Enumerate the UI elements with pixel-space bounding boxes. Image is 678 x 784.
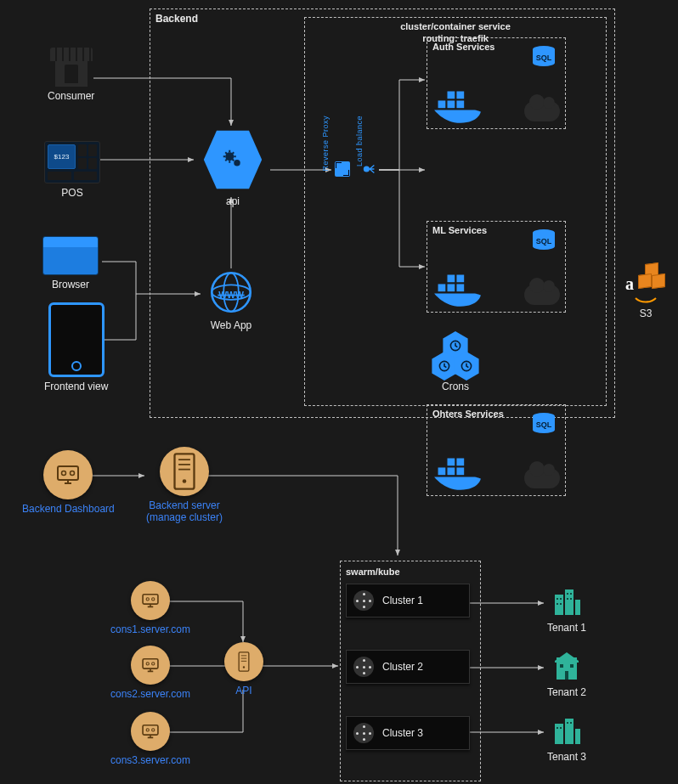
frontend-label: Frontend view — [44, 381, 108, 392]
svg-point-39 — [71, 471, 75, 476]
svg-rect-23 — [448, 275, 455, 283]
monitor-icon — [131, 581, 170, 620]
svg-rect-65 — [560, 664, 563, 668]
cloud-icon — [524, 285, 560, 305]
cluster-row: Cluster 2 — [346, 650, 470, 684]
consumer-label: cons2.server.com — [110, 688, 190, 700]
svg-point-50 — [152, 729, 155, 731]
server-icon — [160, 447, 209, 496]
svg-rect-53 — [555, 595, 563, 615]
cluster-title: cluster/container service — [305, 21, 606, 31]
swarm-container: swarm/kube Cluster 1 Cluster 2 Cluster 3 — [340, 561, 481, 781]
consumer-label: cons1.server.com — [110, 623, 190, 635]
svg-rect-63 — [570, 598, 572, 600]
building-icon — [550, 584, 584, 618]
reverse-proxy-label: Reverse Proxy — [321, 116, 330, 172]
svg-text:SQL: SQL — [536, 420, 552, 429]
cloud-icon — [524, 101, 560, 121]
tenant-1-node: Tenant 1 — [547, 584, 586, 634]
docker-icon — [432, 271, 492, 308]
wheel-icon — [353, 723, 374, 743]
consumer-node-1: cons1.server.com — [110, 581, 190, 635]
cluster-label: Cluster 1 — [382, 595, 423, 606]
svg-rect-21 — [448, 284, 455, 291]
svg-rect-55 — [575, 600, 580, 615]
svg-rect-12 — [448, 100, 455, 108]
svg-rect-20 — [438, 284, 446, 291]
svg-rect-72 — [560, 727, 562, 729]
storefront-icon — [50, 48, 93, 87]
swarm-title: swarm/kube — [346, 567, 475, 577]
svg-rect-71 — [557, 727, 558, 729]
service-auth: Auth Services SQL — [427, 37, 566, 129]
tenant-label: Tenant 3 — [547, 751, 586, 763]
consumer-label: cons3.server.com — [110, 754, 190, 766]
svg-rect-60 — [567, 593, 568, 595]
cluster-label: Cluster 3 — [382, 727, 423, 739]
pos-node: $123 POS — [44, 141, 100, 199]
svg-point-6 — [364, 166, 370, 172]
svg-rect-31 — [456, 467, 464, 475]
svg-rect-22 — [456, 284, 464, 291]
consumer-label: Consumer — [48, 90, 94, 102]
svg-point-44 — [152, 598, 155, 601]
api-label: api — [226, 195, 240, 207]
svg-point-43 — [146, 598, 149, 601]
api-bottom-label: API — [235, 685, 251, 697]
svg-rect-58 — [557, 603, 558, 605]
svg-rect-70 — [575, 729, 580, 744]
lb-label-wrap: Load balance — [355, 116, 364, 166]
svg-rect-57 — [560, 598, 562, 600]
amazon-a-icon: a — [625, 274, 634, 294]
frontend-node: Frontend view — [44, 302, 108, 392]
browser-icon — [42, 236, 99, 275]
svg-rect-68 — [555, 724, 563, 744]
svg-rect-74 — [570, 722, 572, 724]
monitor-icon — [131, 712, 170, 751]
svg-rect-54 — [565, 589, 573, 615]
svg-text:SQL: SQL — [536, 54, 552, 62]
docker-icon — [432, 87, 492, 125]
load-balance-label: Load balance — [355, 116, 364, 166]
svg-rect-66 — [570, 664, 573, 668]
crons-label: Crons — [442, 381, 469, 392]
svg-rect-24 — [456, 275, 464, 283]
svg-rect-51 — [239, 652, 249, 671]
tenant-label: Tenant 1 — [547, 622, 586, 634]
svg-rect-56 — [557, 598, 558, 600]
svg-point-46 — [146, 663, 149, 665]
proxy-group: Reverse Proxy — [321, 116, 330, 172]
svg-rect-48 — [143, 725, 158, 735]
consumer-node-2: cons2.server.com — [110, 646, 190, 700]
tenant-label: Tenant 2 — [547, 686, 586, 698]
tenant-3-node: Tenant 3 — [547, 713, 586, 763]
service-title-label: Auth Services — [432, 42, 494, 52]
svg-point-1 — [234, 160, 240, 166]
consumer-node: Consumer — [48, 48, 94, 102]
service-others: Ohters Services SQL — [427, 404, 566, 496]
svg-rect-32 — [448, 459, 455, 466]
svg-rect-69 — [565, 719, 573, 744]
pos-screen-text: $123 — [48, 144, 76, 169]
svg-point-52 — [243, 666, 245, 668]
s3-label: S3 — [640, 307, 653, 319]
webapp-label: Web App — [211, 319, 251, 331]
browser-node: Browser — [42, 236, 99, 290]
svg-rect-33 — [456, 459, 464, 466]
svg-rect-15 — [456, 92, 464, 99]
svg-rect-30 — [448, 467, 455, 475]
crons-node: Crons — [430, 331, 481, 392]
svg-text:SQL: SQL — [536, 237, 552, 245]
globe-icon: WWW — [207, 268, 255, 316]
monitor-icon — [131, 646, 170, 685]
svg-rect-67 — [565, 671, 568, 680]
backend-server-node: Backend server (manage cluster) — [146, 447, 223, 524]
amazon-smile-icon — [635, 297, 657, 304]
dashboard-icon — [43, 450, 93, 499]
svg-rect-13 — [456, 100, 464, 108]
tenant-2-node: Tenant 2 — [547, 649, 586, 698]
diagram-canvas: Backend cluster/container service routin… — [0, 0, 678, 784]
svg-point-49 — [146, 729, 149, 731]
backend-server-label2: (manage cluster) — [146, 511, 223, 523]
svg-rect-37 — [58, 466, 78, 480]
